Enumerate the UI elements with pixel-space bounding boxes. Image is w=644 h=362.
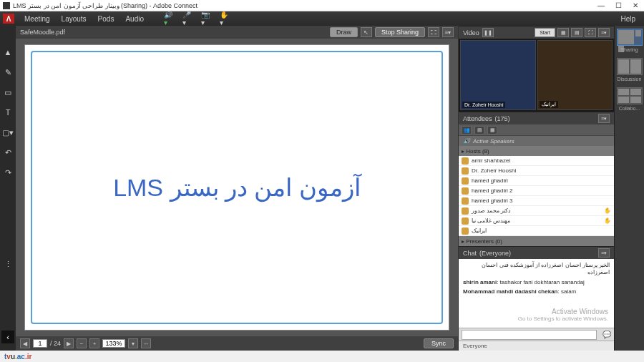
attendee-list: amir shahbazeiDr. Zoheir Hooshihamed gha…	[459, 156, 614, 236]
sync-button[interactable]: Sync	[424, 338, 454, 348]
attendee-name: amir shahbazei	[472, 157, 510, 164]
menu-pods[interactable]: Pods	[92, 15, 120, 23]
zoom-dropdown-icon[interactable]: ▾	[128, 338, 138, 348]
presenters-group-header[interactable]: ▸ Presenters (0)	[459, 236, 614, 246]
person-icon	[462, 157, 469, 165]
draw-button[interactable]: Draw	[330, 27, 358, 37]
attendees-pod-header: Attendees (175) ≡▾	[459, 112, 614, 124]
attendee-status-icon[interactable]: ▤	[474, 126, 484, 134]
layout-collaboration-label: Collabo...	[619, 106, 640, 111]
attendee-name: Dr. Zoheir Hooshi	[472, 167, 516, 174]
activate-windows-watermark: Activate Windows Go to Settings to activ…	[518, 308, 608, 322]
attendee-row[interactable]: ایرانیک	[459, 226, 614, 236]
attendee-status-icon	[604, 228, 611, 235]
chat-tab-everyone[interactable]: Everyone	[459, 341, 614, 351]
shape-tool-icon[interactable]: ▢▾	[3, 127, 13, 137]
chat-pod-header: Chat (Everyone) ≡▾	[459, 246, 614, 259]
undo-icon[interactable]: ↶	[3, 147, 13, 157]
attendee-row[interactable]: amir shahbazei	[459, 156, 614, 166]
hosts-group-header[interactable]: ▸ Hosts (8)	[459, 146, 614, 156]
raise-hand-icon[interactable]: ✋▾	[220, 14, 231, 24]
attendee-row[interactable]: دکتر محمد صدور✋	[459, 206, 614, 216]
redo-icon[interactable]: ↷	[3, 167, 13, 177]
attendee-row[interactable]: hamed ghadiri 3	[459, 196, 614, 206]
webcam-1[interactable]: Dr. Zoheir Hooshi	[460, 40, 536, 110]
eraser-tool-icon[interactable]: ▭	[3, 87, 13, 97]
text-tool-icon[interactable]: T	[3, 107, 13, 117]
person-icon	[462, 207, 469, 215]
video-pause-icon[interactable]: ❚❚	[482, 28, 494, 37]
prev-page-button[interactable]: ◀	[20, 338, 30, 348]
chat-send-icon[interactable]: 💬	[600, 331, 614, 338]
start-webcam-button[interactable]: Start	[535, 28, 555, 37]
speaker-icon[interactable]: 🔊▾	[164, 14, 175, 24]
webcam-1-label: Dr. Zoheir Hooshi	[462, 102, 505, 108]
chat-options-icon[interactable]: ≡▾	[598, 248, 610, 258]
attendee-view-icon[interactable]: 👥	[462, 126, 472, 134]
filmstrip-view-icon[interactable]: ▤	[571, 28, 582, 37]
close-button[interactable]: ✕	[630, 1, 641, 9]
options-icon[interactable]: ⋮	[3, 259, 13, 269]
chat-title: Chat	[463, 250, 477, 257]
layout-sharing[interactable]	[617, 29, 643, 46]
drawing-toolbar: ▲ ✎ ▭ T ▢▾ ↶ ↷ ⋮ ‹	[0, 26, 16, 351]
attendee-name: hamed ghadiri	[472, 177, 508, 184]
menubar: Λ Meeting Layouts Pods Audio 🔊▾ 🎤▾ 📷▾ ✋▾…	[0, 11, 644, 26]
pod-options-icon[interactable]: ≡▾	[442, 27, 454, 37]
share-pod: SafeMoodle.pdf Draw ↖ Stop Sharing ⛶ ≡▾ …	[16, 26, 458, 351]
person-icon	[462, 217, 469, 225]
layout-sharing-label: Sharing	[620, 47, 638, 52]
person-icon	[462, 228, 469, 235]
chat-message: shirin amani: tashakor fani dokhtaran sa…	[463, 279, 610, 286]
attendee-row[interactable]: hamed ghadiri 2	[459, 186, 614, 196]
attendee-status-icon	[604, 177, 611, 185]
attendee-name: hamed ghadiri 3	[472, 197, 512, 204]
slide-border	[31, 51, 443, 324]
layout-collaboration[interactable]	[617, 87, 643, 104]
video-options-icon[interactable]: ≡▾	[598, 28, 610, 37]
webcam-2[interactable]: ایرانیک	[537, 40, 613, 110]
attendee-row[interactable]: hamed ghadiri	[459, 176, 614, 186]
attendee-row[interactable]: مهندس غلامی نیا✋	[459, 216, 614, 226]
attendee-status-icon: ✋	[604, 207, 611, 215]
menu-audio[interactable]: Audio	[119, 15, 150, 23]
chat-input[interactable]	[462, 330, 597, 340]
webcam-icon[interactable]: 📷▾	[201, 14, 213, 24]
webcam-2-label: ایرانیک	[540, 101, 558, 108]
pointer-tool-icon[interactable]: ▲	[3, 47, 13, 57]
share-pod-header: SafeMoodle.pdf Draw ↖ Stop Sharing ⛶ ≡▾	[16, 26, 458, 39]
attendee-status-icon: ✋	[604, 217, 611, 225]
menu-meeting[interactable]: Meeting	[19, 15, 56, 23]
zoom-in-button[interactable]: +	[89, 338, 99, 348]
maximize-button[interactable]: ☐	[613, 1, 624, 9]
zoom-input[interactable]	[102, 339, 125, 348]
pointer-icon[interactable]: ↖	[361, 27, 372, 37]
mic-icon[interactable]: 🎤▾	[182, 14, 194, 24]
grid-view-icon[interactable]: ▦	[557, 28, 569, 37]
attendees-title: Attendees	[463, 115, 492, 122]
marker-tool-icon[interactable]: ✎	[3, 67, 13, 77]
zoom-out-button[interactable]: −	[77, 338, 87, 348]
window-controls: — ☐ ✕	[595, 1, 641, 9]
breakout-icon[interactable]: ▦	[487, 126, 497, 134]
attendee-name: ایرانیک	[472, 228, 487, 234]
menubar-icons: 🔊▾ 🎤▾ 📷▾ ✋▾	[164, 14, 231, 24]
attendees-toolbar: 👥 ▤ ▦	[459, 124, 614, 136]
menu-layouts[interactable]: Layouts	[56, 15, 92, 23]
page-input[interactable]	[33, 339, 47, 348]
next-page-button[interactable]: ▶	[64, 338, 74, 348]
stop-sharing-button[interactable]: Stop Sharing	[375, 27, 425, 37]
fit-width-icon[interactable]: ↔	[141, 338, 151, 348]
minimize-button[interactable]: —	[595, 1, 607, 9]
video-fullscreen-icon[interactable]: ⛶	[585, 28, 596, 37]
menu-help[interactable]: Help	[615, 15, 641, 23]
activate-l2: Go to Settings to activate Windows.	[518, 315, 608, 322]
layout-discussion[interactable]	[617, 58, 643, 75]
collapse-toolbar-icon[interactable]: ‹	[1, 331, 14, 343]
window-titlebar: LMS وبینار طراحی آزمون امن در بستر (Shar…	[0, 0, 644, 11]
attendees-options-icon[interactable]: ≡▾	[598, 114, 610, 123]
app-icon	[3, 2, 10, 9]
attendee-row[interactable]: Dr. Zoheir Hooshi	[459, 166, 614, 176]
fullscreen-icon[interactable]: ⛶	[428, 27, 439, 37]
slide-canvas: آزمون امن در بستر LMS	[16, 39, 458, 336]
